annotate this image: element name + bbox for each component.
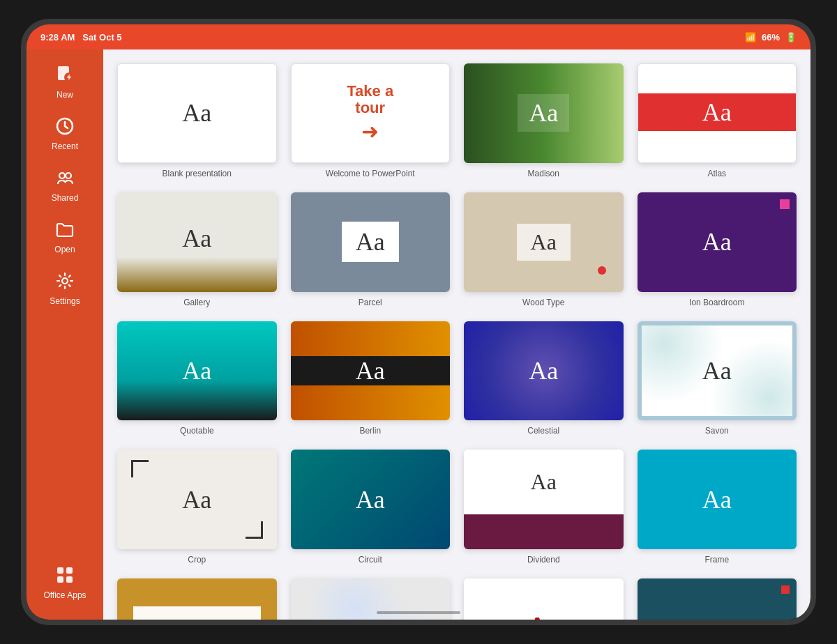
berlin-stripe: Aa: [291, 356, 451, 386]
madison-label: Madison: [528, 169, 559, 178]
template-gallery[interactable]: Aa Gallery: [117, 192, 277, 307]
template-thumb-celestial[interactable]: Aa: [464, 321, 624, 421]
svg-rect-9: [57, 576, 63, 583]
atlas-label: Atlas: [707, 169, 726, 178]
crop-bracket-br: [246, 521, 263, 539]
sidebar-item-shared[interactable]: Shared: [27, 160, 103, 211]
dividend-bottom: [464, 514, 624, 549]
svg-point-4: [59, 173, 65, 178]
tour-content: Take atour ➜: [347, 83, 393, 144]
sidebar-item-settings[interactable]: Settings: [27, 263, 103, 314]
template-celestial[interactable]: Aa Celestial: [464, 321, 624, 436]
template-thumb-quotable[interactable]: Aa: [117, 321, 277, 421]
berlin-inner: Aa: [291, 321, 451, 421]
new-label: New: [56, 90, 73, 100]
ion-boardroom-inner: Aa: [638, 192, 797, 292]
template-tour[interactable]: Take atour ➜ Welcome to PowerPoint: [291, 63, 451, 178]
sidebar-item-open[interactable]: Open: [27, 211, 103, 263]
ion-boardroom-label: Ion Boardroom: [689, 298, 744, 307]
ion-inner: Aa: [638, 578, 797, 620]
tour-label: Welcome to PowerPoint: [326, 169, 415, 178]
template-main-event[interactable]: Aa Main Event: [464, 578, 624, 620]
woodtype-aa: Aa: [531, 229, 557, 255]
template-quotable[interactable]: Aa Quotable: [117, 321, 277, 436]
template-thumb-crop[interactable]: Aa: [117, 450, 277, 549]
frame-inner: Aa: [638, 450, 797, 549]
recent-label: Recent: [52, 141, 78, 151]
sidebar-item-office-apps[interactable]: Office Apps: [27, 557, 103, 608]
template-ion[interactable]: Aa Ion: [638, 578, 797, 620]
dividend-inner: Aa: [464, 450, 624, 549]
svg-rect-10: [66, 576, 73, 583]
template-thumb-parcel[interactable]: Aa: [291, 192, 451, 292]
crop-inner: Aa: [117, 450, 277, 549]
blank-label: Blank presentation: [163, 169, 232, 178]
template-thumb-frame[interactable]: Aa: [638, 450, 797, 549]
template-thumb-blank[interactable]: Aa: [117, 63, 277, 163]
template-thumb-main-event[interactable]: Aa: [464, 578, 624, 620]
celestial-label: Celestial: [527, 426, 559, 436]
svg-point-5: [66, 173, 71, 178]
circuit-aa: Aa: [356, 485, 385, 514]
template-thumb-savon[interactable]: Aa: [638, 321, 797, 421]
template-thumb-dividend[interactable]: Aa: [464, 450, 624, 549]
template-thumb-atlas[interactable]: Aa: [638, 63, 797, 163]
template-thumb-berlin[interactable]: Aa: [291, 321, 451, 421]
woodtype-inner: Aa: [464, 192, 624, 292]
shared-icon: [55, 168, 75, 190]
celestial-inner: Aa: [464, 321, 624, 421]
template-circuit[interactable]: Aa Circuit: [291, 450, 451, 565]
sidebar-item-recent[interactable]: Recent: [27, 108, 103, 160]
quotable-inner: Aa: [117, 321, 277, 421]
gallery-label: Gallery: [183, 298, 210, 307]
template-dividend[interactable]: Aa Dividend: [464, 450, 624, 565]
scroll-indicator: [377, 611, 460, 614]
dividend-aa: Aa: [531, 469, 557, 495]
device-frame: 9:28 AM Sat Oct 5 📶 66% 🔋 + New: [21, 19, 816, 625]
parcel-box: Aa: [342, 222, 399, 262]
templates-grid: Aa Blank presentation Take atour ➜ Welco…: [117, 63, 797, 620]
template-savon[interactable]: Aa Savon: [638, 321, 797, 436]
settings-label: Settings: [50, 296, 80, 306]
template-atlas[interactable]: Aa Atlas: [638, 63, 797, 178]
atlas-aa: Aa: [702, 98, 732, 127]
tour-title: Take atour: [347, 83, 393, 116]
crop-aa: Aa: [182, 485, 211, 514]
sidebar: + New Recent: [27, 49, 103, 620]
template-thumb-gallery[interactable]: Aa: [117, 192, 277, 292]
atlas-red-bar: Aa: [638, 93, 797, 131]
gallery-aa: Aa: [182, 224, 211, 253]
template-thumb-tour[interactable]: Take atour ➜: [291, 63, 451, 163]
template-thumb-circuit[interactable]: Aa: [291, 450, 451, 549]
ion-red-accent: [781, 585, 790, 594]
open-icon: [55, 220, 75, 242]
template-parcel[interactable]: Aa Parcel: [291, 192, 451, 307]
template-thumb-ion[interactable]: Aa: [638, 578, 797, 620]
crop-label: Crop: [188, 555, 206, 565]
blank-aa: Aa: [182, 98, 211, 128]
circuit-inner: Aa: [291, 450, 451, 549]
template-crop[interactable]: Aa Crop: [117, 450, 277, 565]
template-thumb-madison[interactable]: Aa: [464, 63, 624, 163]
dividend-label: Dividend: [527, 555, 560, 565]
circuit-label: Circuit: [359, 555, 382, 565]
woodtype-box: Aa: [517, 224, 571, 261]
template-berlin[interactable]: Aa Berlin: [291, 321, 451, 436]
ion-boardroom-aa: Aa: [702, 227, 732, 256]
template-woodtype[interactable]: Aa Wood Type: [464, 192, 624, 307]
template-blank[interactable]: Aa Blank presentation: [117, 63, 277, 178]
template-thumb-organic[interactable]: Aa: [117, 578, 277, 620]
berlin-label: Berlin: [359, 426, 381, 436]
madison-box: Aa: [518, 94, 569, 132]
organic-aa: Aa: [184, 615, 210, 620]
template-ion-boardroom[interactable]: Aa Ion Boardroom: [638, 192, 797, 307]
sidebar-item-new[interactable]: + New: [27, 56, 103, 108]
template-thumb-ion-boardroom[interactable]: Aa: [638, 192, 797, 292]
crop-bracket-tl: [131, 460, 149, 477]
template-madison[interactable]: Aa Madison: [464, 63, 624, 178]
shared-label: Shared: [52, 193, 79, 203]
parcel-aa: Aa: [356, 227, 385, 256]
template-organic[interactable]: Aa Organic: [117, 578, 277, 620]
template-thumb-woodtype[interactable]: Aa: [464, 192, 624, 292]
template-frame[interactable]: Aa Frame: [638, 450, 797, 565]
